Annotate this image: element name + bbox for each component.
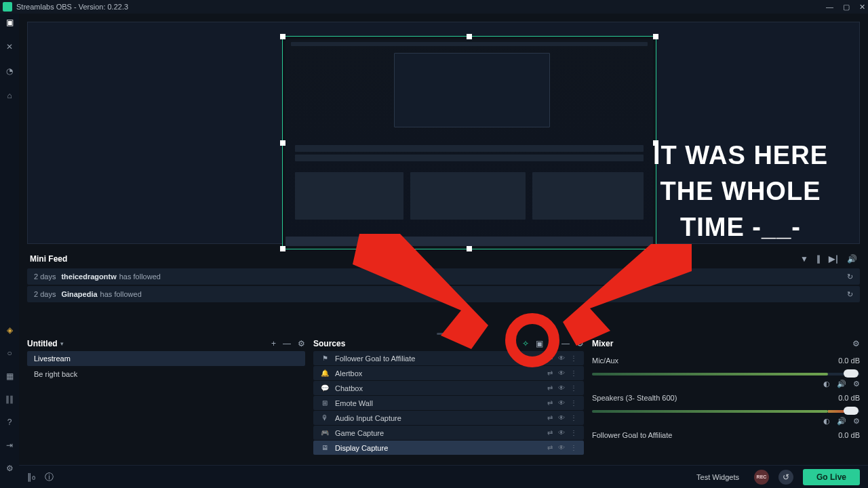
window-title: Streamlabs OBS - Version: 0.22.3 <box>16 3 128 11</box>
replay-icon[interactable]: ↻ <box>847 272 853 281</box>
volume-slider[interactable] <box>592 410 860 413</box>
replay-icon[interactable]: ↻ <box>847 290 853 299</box>
close-button[interactable]: ✕ <box>859 3 865 12</box>
layout-icon[interactable]: ▦ <box>6 371 14 381</box>
source-item[interactable]: 🔔 Alertbox ⇄👁⋮ <box>313 366 584 380</box>
mono-icon[interactable]: ◐ <box>823 380 830 388</box>
volume-slider[interactable] <box>592 373 860 375</box>
annotation-text: IT WAS HERE THE WHOLE TIME -__- <box>639 138 842 246</box>
source-visibility-icon[interactable]: 👁 <box>558 399 565 407</box>
themes-tab-icon[interactable]: ✕ <box>5 42 14 52</box>
source-item[interactable]: 🎮 Game Capture ⇄👁⋮ <box>313 426 584 440</box>
volume-knob[interactable] <box>844 407 859 415</box>
monitor-icon: 🖥 <box>320 444 330 451</box>
svg-marker-0 <box>353 234 488 349</box>
mute-icon[interactable]: 🔊 <box>847 254 857 264</box>
resize-handle[interactable] <box>280 34 285 39</box>
feed-user: theicedragontw <box>61 272 116 281</box>
scene-item[interactable]: Livestream <box>27 351 305 366</box>
resize-handle[interactable] <box>280 246 285 251</box>
source-visibility-icon[interactable]: 👁 <box>558 354 565 362</box>
source-lock-icon[interactable]: ⋮ <box>570 369 577 377</box>
feed-age: 2 days <box>34 272 56 281</box>
source-lock-icon[interactable]: ⋮ <box>570 414 577 422</box>
help-icon[interactable]: ? <box>7 418 12 427</box>
notifications-icon[interactable]: ○ <box>7 348 12 358</box>
bell-icon: 🔔 <box>320 369 330 377</box>
svg-marker-1 <box>563 244 692 346</box>
scene-collection-title[interactable]: Untitled <box>27 339 58 348</box>
resize-handle[interactable] <box>653 34 658 39</box>
source-link-icon[interactable]: ⇄ <box>547 384 553 392</box>
mixer-item-settings-icon[interactable]: ⚙ <box>853 380 860 388</box>
mixer-item-settings-icon[interactable]: ⚙ <box>853 417 860 426</box>
info-icon[interactable]: ⓘ <box>45 471 54 483</box>
source-item[interactable]: ⊞ Emote Wall ⇄👁⋮ <box>313 396 584 410</box>
source-lock-icon[interactable]: ⋮ <box>570 444 577 451</box>
login-icon[interactable]: ⇥ <box>6 441 13 450</box>
source-visibility-icon[interactable]: 👁 <box>558 384 565 392</box>
stats-icon[interactable]: ∥₀ <box>27 472 35 482</box>
source-visibility-icon[interactable]: 👁 <box>558 414 565 422</box>
source-link-icon[interactable]: ⇄ <box>547 444 553 451</box>
minimize-button[interactable]: — <box>826 3 833 12</box>
mixer-item: Mic/Aux0.0 dB ◐🔊⚙ <box>592 357 860 388</box>
source-link-icon[interactable]: ⇄ <box>547 399 553 407</box>
source-lock-icon[interactable]: ⋮ <box>570 384 577 392</box>
source-lock-icon[interactable]: ⋮ <box>570 354 577 362</box>
source-lock-icon[interactable]: ⋮ <box>570 429 577 436</box>
source-link-icon[interactable]: ⇄ <box>547 429 553 436</box>
left-sidebar-lower: ◈ ○ ▦ ∥∥ ? ⇥ ⚙ <box>0 325 19 473</box>
remove-scene-icon[interactable]: — <box>283 339 291 348</box>
settings-icon[interactable]: ⚙ <box>6 464 14 473</box>
source-link-icon[interactable]: ⇄ <box>547 414 553 422</box>
resize-handle[interactable] <box>467 34 472 39</box>
mute-icon[interactable]: 🔊 <box>837 417 846 426</box>
annotation-arrow <box>353 234 488 349</box>
mixer-db: 0.0 dB <box>838 357 860 365</box>
scene-settings-icon[interactable]: ⚙ <box>298 339 305 348</box>
maximize-button[interactable]: ▢ <box>843 3 850 12</box>
source-visibility-icon[interactable]: 👁 <box>558 429 565 436</box>
scene-item[interactable]: Be right back <box>27 367 305 382</box>
skip-icon[interactable]: ▶∣ <box>829 254 839 264</box>
source-item[interactable]: 💬 Chatbox ⇄👁⋮ <box>313 381 584 395</box>
mono-icon[interactable]: ◐ <box>823 417 830 426</box>
store-tab-icon[interactable]: ⌂ <box>5 91 14 100</box>
chevron-down-icon[interactable]: ▾ <box>60 340 64 347</box>
sources-title: Sources <box>313 339 345 348</box>
source-item[interactable]: 🎙 Audio Input Capture ⇄👁⋮ <box>313 411 584 425</box>
resize-handle[interactable] <box>280 140 285 146</box>
mixer-db: 0.0 dB <box>838 394 860 402</box>
go-live-button[interactable]: Go Live <box>803 469 860 485</box>
source-visibility-icon[interactable]: 👁 <box>558 444 565 451</box>
source-link-icon[interactable]: ⇄ <box>547 369 553 377</box>
source-visibility-icon[interactable]: 👁 <box>558 369 565 377</box>
mixer-settings-icon[interactable]: ⚙ <box>852 339 860 348</box>
scene-label: Be right back <box>34 370 77 378</box>
test-widgets-button[interactable]: Test Widgets <box>696 473 739 481</box>
volume-knob[interactable] <box>844 369 859 378</box>
source-label: Audio Input Capture <box>335 414 401 422</box>
footer-bar: ∥₀ ⓘ Test Widgets REC ↺ Go Live <box>19 465 868 488</box>
mute-icon[interactable]: 🔊 <box>837 380 846 388</box>
record-button[interactable]: REC <box>754 470 769 485</box>
source-item[interactable]: 🖥 Display Capture ⇄👁⋮ <box>313 441 584 455</box>
source-lock-icon[interactable]: ⋮ <box>570 399 577 407</box>
mixer-label: Speakers (3- Stealth 600) <box>592 394 677 402</box>
studio-mode-icon[interactable]: ∥∥ <box>5 394 14 404</box>
prime-icon[interactable]: ◈ <box>7 325 13 335</box>
preview-stage[interactable]: IT WAS HERE THE WHOLE TIME -__- <box>27 22 860 244</box>
pause-icon[interactable]: ∥ <box>816 254 821 264</box>
selected-source-bounds[interactable] <box>282 36 656 249</box>
add-scene-icon[interactable]: + <box>271 339 276 348</box>
mixer-item: Speakers (3- Stealth 600)0.0 dB ◐🔊⚙ <box>592 394 860 426</box>
display-capture-thumbnail <box>285 39 653 246</box>
editor-tab-icon[interactable]: ▣ <box>5 18 14 27</box>
mini-feed-title: Mini Feed <box>30 254 67 264</box>
filter-icon[interactable]: ▼ <box>800 254 808 264</box>
feed-action: has followed <box>100 290 142 298</box>
dashboard-tab-icon[interactable]: ◔ <box>5 66 14 76</box>
replay-buffer-button[interactable]: ↺ <box>778 470 793 485</box>
feed-action: has followed <box>119 272 161 281</box>
